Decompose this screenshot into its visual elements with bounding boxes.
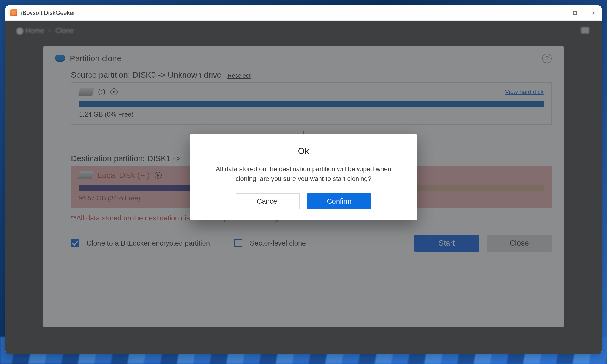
view-hard-disk-link[interactable]: View hard disk <box>505 88 544 95</box>
bitlocker-checkbox[interactable] <box>71 239 79 247</box>
source-section-label: Source partition: DISK0 -> Unknown drive… <box>71 70 552 80</box>
source-usage-text: 1.24 GB (0% Free) <box>79 111 544 118</box>
sector-checkbox[interactable] <box>234 239 242 247</box>
client-area: Home › Clone Partition clone ? Source pa… <box>5 21 602 354</box>
title-bar: iBoysoft DiskGeeker <box>5 5 602 21</box>
source-label: Source partition: DISK0 -> Unknown drive <box>71 70 221 80</box>
breadcrumb-home[interactable]: Home <box>25 27 44 35</box>
hdd-icon <box>78 88 94 96</box>
breadcrumb-page: Clone <box>55 27 74 35</box>
destination-drive-title: Local Disk (F:) <box>97 171 150 180</box>
source-partition-box: (:) View hard disk 1.24 GB (0% Free) <box>71 82 552 125</box>
menu-icon[interactable] <box>581 27 589 34</box>
arrow-right-icon[interactable] <box>110 88 118 95</box>
window-controls <box>553 10 597 16</box>
destination-label: Destination partition: DISK1 -> <box>71 154 180 163</box>
source-drive-letter: (:) <box>98 88 106 96</box>
close-button[interactable] <box>590 10 597 16</box>
breadcrumb: Home › Clone <box>16 27 74 35</box>
arrow-right-icon[interactable] <box>155 172 162 179</box>
start-button[interactable]: Start <box>414 235 479 252</box>
bitlocker-label: Clone to a BitLocker encrypted partition <box>87 239 210 247</box>
confirm-button[interactable]: Confirm <box>307 193 371 209</box>
panel-footer: Clone to a BitLocker encrypted partition… <box>71 235 552 252</box>
dialog-title: Ok <box>205 146 402 156</box>
close-panel-button[interactable]: Close <box>487 235 552 252</box>
source-usage-bar <box>79 101 544 107</box>
cancel-button[interactable]: Cancel <box>236 193 300 209</box>
confirm-dialog: Ok All data stored on the destination pa… <box>190 134 417 220</box>
home-icon <box>16 28 23 35</box>
help-button[interactable]: ? <box>542 54 552 63</box>
svg-rect-1 <box>573 11 577 15</box>
maximize-button[interactable] <box>572 10 578 16</box>
panel-title: Partition clone <box>70 54 121 63</box>
disk-icon <box>55 55 65 62</box>
app-title: iBoysoft DiskGeeker <box>21 9 75 16</box>
breadcrumb-separator: › <box>48 27 51 35</box>
app-window: iBoysoft DiskGeeker Home › Clone Partiti… <box>5 5 602 354</box>
minimize-button[interactable] <box>553 10 560 16</box>
app-icon <box>10 9 17 16</box>
dialog-message: All data stored on the destination parti… <box>205 164 402 184</box>
reselect-link[interactable]: Reselect <box>227 72 251 79</box>
hdd-icon <box>78 171 94 179</box>
panel-header: Partition clone ? <box>55 54 552 63</box>
sector-label: Sector-level clone <box>250 239 306 247</box>
